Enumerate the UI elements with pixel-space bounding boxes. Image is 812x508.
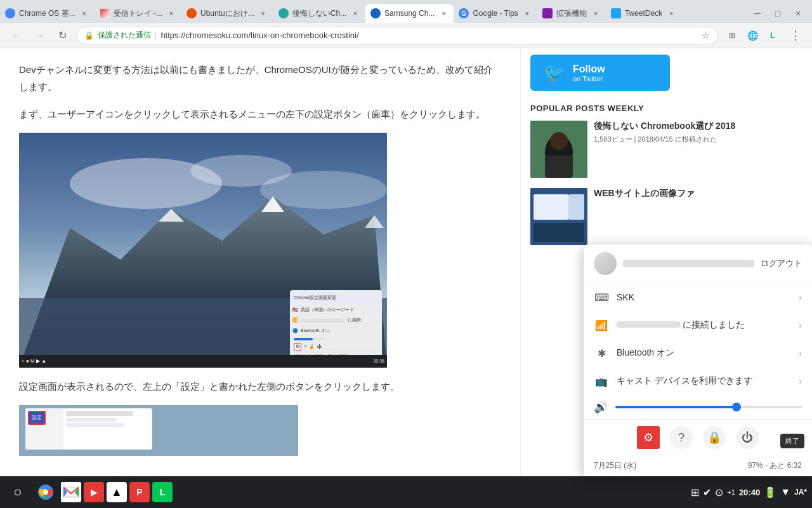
chrome-menu-button[interactable]: ⋮ bbox=[787, 27, 804, 44]
tab-koukai-label: 後悔しないCh... bbox=[292, 8, 346, 19]
popular-name-1: 後悔しない Chromebook選び 2018 bbox=[594, 121, 777, 132]
taskbar-youtube-button[interactable]: ▶ bbox=[84, 482, 104, 502]
taskbar-pocket-button[interactable]: P bbox=[129, 482, 150, 502]
pocket-icon: P bbox=[136, 487, 142, 497]
tray-plus-1: +1 bbox=[727, 488, 735, 496]
tab-chromeos[interactable]: Chrome OS 基... × bbox=[0, 4, 95, 23]
bookmark-icon[interactable]: ☆ bbox=[702, 30, 710, 41]
maximize-button[interactable]: □ bbox=[769, 4, 787, 22]
url-box[interactable]: 🔒 保護された通信 | https://chromesoku.com/linux… bbox=[76, 27, 718, 44]
tab-tweetdeck[interactable]: TweetDeck × bbox=[606, 4, 681, 23]
tab-samsung[interactable]: Samsung Ch... × bbox=[365, 4, 454, 23]
tab-ubuntu-label: Ubuntuにおけ... bbox=[200, 8, 254, 19]
popular-posts-title: POPULAR POSTS WEEKLY bbox=[530, 104, 777, 113]
tab-koukai[interactable]: 後悔しないCh... × bbox=[273, 4, 365, 23]
help-action-button[interactable]: ? bbox=[670, 426, 693, 449]
tray-shield-icon[interactable]: ⊙ bbox=[715, 486, 723, 498]
taskbar-chrome-button[interactable] bbox=[33, 479, 58, 505]
user-name-blurred bbox=[623, 260, 754, 267]
chromeos-ext-icon[interactable]: ⊞ bbox=[723, 27, 741, 44]
screenshot-popup-overlay: Chrome設定画面変更 🇺🇸英語（米国）のキーボード 📶 に接続 🔵Bluet… bbox=[290, 290, 382, 363]
article-para2: まず、ユーザーアイコンをクリックして表示されるメニューの左下の設定ボタン（歯車）… bbox=[19, 105, 501, 123]
lock-action-button[interactable]: 🔒 bbox=[703, 426, 726, 449]
popular-thumb-svg-2 bbox=[530, 188, 587, 245]
popular-item-2[interactable]: WEBサイト上の画像ファ bbox=[530, 188, 777, 245]
forward-button[interactable]: → bbox=[30, 27, 48, 44]
tab-koukai-close[interactable]: × bbox=[350, 8, 360, 18]
taskbar-launcher-button[interactable]: ○ bbox=[5, 479, 30, 505]
svg-rect-17 bbox=[534, 223, 584, 242]
screenshot-taskbar: ○ ● M ▶ ▲ 20:35 bbox=[19, 355, 387, 368]
tab-googletips[interactable]: G Google - Tips × bbox=[454, 4, 537, 23]
wifi-icon: 📶 bbox=[594, 318, 609, 333]
taskbar-play-button[interactable]: ▲ bbox=[107, 482, 127, 502]
article-image-1: Chrome設定画面変更 🇺🇸英語（米国）のキーボード 📶 に接続 🔵Bluet… bbox=[19, 133, 387, 368]
tab-tweetdeck-label: TweetDeck bbox=[625, 9, 662, 18]
tab-chromeos-close[interactable]: × bbox=[79, 8, 89, 18]
back-button[interactable]: ← bbox=[8, 27, 25, 44]
close-button[interactable]: × bbox=[789, 4, 807, 22]
user-avatar bbox=[594, 252, 617, 275]
tray-keyboard-icon[interactable]: ⊞ bbox=[691, 486, 699, 498]
tab-gmail[interactable]: 受信トレイ -... × bbox=[95, 4, 181, 23]
popup-bluetooth-item[interactable]: ✱ Bluetooth オン › bbox=[584, 339, 812, 367]
line-ext-icon[interactable]: L bbox=[764, 27, 782, 44]
popup-cast-item[interactable]: 📺 キャスト デバイスを利用できます › bbox=[584, 367, 812, 395]
refresh-button[interactable]: ↻ bbox=[53, 27, 71, 44]
power-tooltip: 終了 bbox=[780, 434, 804, 448]
popup-skk-item[interactable]: ⌨ SKK › bbox=[584, 283, 812, 311]
popup-actions-row: ⚙ ? 🔒 ⏻ bbox=[584, 419, 812, 455]
taskbar-gmail-button[interactable] bbox=[61, 482, 81, 502]
tab-gmail-close[interactable]: × bbox=[166, 8, 176, 18]
wifi-arrow-icon: › bbox=[799, 320, 802, 330]
popup-battery-text: 97% - あと 6:32 bbox=[748, 460, 802, 471]
twitter-follow-button[interactable]: 🐦 Follow on Twitter bbox=[530, 55, 670, 91]
tab-tweetdeck-close[interactable]: × bbox=[666, 8, 676, 18]
tab-ubuntu-close[interactable]: × bbox=[258, 8, 268, 18]
settings-action-button[interactable]: ⚙ bbox=[637, 426, 660, 449]
bluetooth-arrow-icon: › bbox=[799, 348, 802, 358]
tab-samsung-close[interactable]: × bbox=[438, 8, 449, 18]
svg-point-12 bbox=[550, 132, 568, 150]
tab-googletips-close[interactable]: × bbox=[522, 8, 532, 18]
system-tray-popup: ログアウト ⌨ SKK › 📶 に接続しました › ✱ Bluetooth オン… bbox=[584, 244, 812, 476]
volume-thumb bbox=[732, 403, 741, 411]
tray-network-icon[interactable]: ▼ bbox=[780, 486, 790, 498]
article-image-2: 設定 bbox=[19, 405, 298, 456]
popup-wifi-item[interactable]: 📶 に接続しました › bbox=[584, 311, 812, 339]
extension-icons: ⊞ 🌐 L bbox=[723, 27, 782, 44]
tray-check-icon[interactable]: ✔ bbox=[703, 486, 711, 498]
popular-info-1: 後悔しない Chromebook選び 2018 1,583ビュー | 2018/… bbox=[594, 121, 777, 178]
volume-slider[interactable] bbox=[615, 406, 802, 408]
article-para3: 設定画面が表示されるので、左上の「設定」と書かれた左側のボタンをクリックします。 bbox=[19, 378, 501, 395]
popular-item-1[interactable]: 後悔しない Chromebook選び 2018 1,583ビュー | 2018/… bbox=[530, 121, 777, 178]
tab-ubuntu[interactable]: Ubuntuにおけ... × bbox=[181, 4, 273, 23]
tab-extensions[interactable]: 拡張機能 × bbox=[537, 4, 606, 23]
tray-battery-icon[interactable]: 🔋 bbox=[764, 486, 776, 498]
extensions-favicon bbox=[542, 8, 553, 18]
tab-chromeos-label: Chrome OS 基... bbox=[19, 8, 75, 19]
popup-skk-label: SKK bbox=[617, 292, 791, 302]
time-block[interactable]: 20:40 bbox=[739, 488, 760, 497]
svg-point-20 bbox=[43, 490, 48, 495]
power-action-button[interactable]: ⏻ bbox=[736, 426, 759, 449]
url-separator: | bbox=[155, 30, 157, 40]
gmail-favicon bbox=[100, 8, 110, 18]
ext-icon-2[interactable]: 🌐 bbox=[743, 27, 761, 44]
volume-fill bbox=[615, 406, 737, 408]
taskbar-line-button[interactable]: L bbox=[152, 482, 173, 502]
tab-googletips-label: Google - Tips bbox=[473, 9, 518, 18]
logout-button[interactable]: ログアウト bbox=[761, 258, 802, 269]
svg-rect-13 bbox=[545, 156, 573, 178]
tweetdeck-favicon bbox=[611, 8, 621, 18]
popup-footer: 7月25日 (水) 97% - あと 6:32 bbox=[584, 455, 812, 476]
volume-row: 🔊 bbox=[584, 395, 812, 419]
tab-extensions-close[interactable]: × bbox=[591, 8, 601, 18]
clock-display: 20:40 bbox=[739, 488, 760, 497]
secure-icon: 🔒 bbox=[84, 31, 94, 40]
article-para1: Devチャンネルに変更する方法は以前にも書きましたが、ChromeOSのUIが随… bbox=[19, 61, 501, 95]
url-text: https://chromesoku.com/linux-on-chromebo… bbox=[160, 30, 358, 40]
tab-extensions-label: 拡張機能 bbox=[556, 8, 587, 19]
minimize-button[interactable]: ─ bbox=[749, 4, 766, 22]
svg-rect-15 bbox=[534, 194, 568, 220]
